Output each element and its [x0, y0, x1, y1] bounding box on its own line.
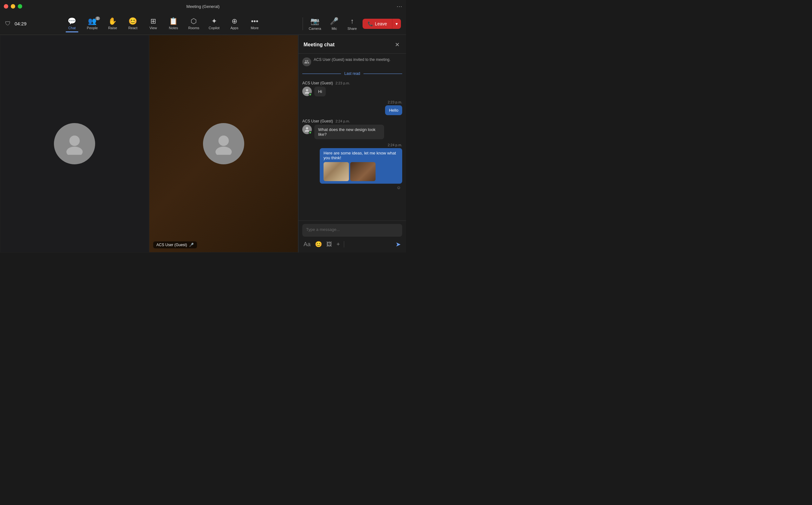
message-4: 2:24 p.m. Here are some ideas, let me kn… — [302, 143, 402, 190]
leave-chevron-button[interactable]: ▾ — [392, 19, 401, 29]
raise-icon: ✋ — [108, 18, 117, 25]
send-button[interactable]: ➤ — [394, 239, 402, 249]
people-button[interactable]: 👥 People 2 — [83, 16, 102, 32]
message-2-bubble: Hello — [385, 105, 402, 115]
message-1-time: 2:23 p.m. — [336, 81, 350, 85]
mic-label: Mic — [332, 27, 337, 30]
raise-button[interactable]: ✋ Raise — [103, 16, 122, 32]
image-thumb-1[interactable] — [324, 162, 349, 181]
view-button[interactable]: ⊞ View — [144, 16, 163, 32]
chat-input-area: Type a message... Aa 😊 🖼 + ➤ — [298, 220, 406, 252]
last-read-line-right — [364, 73, 402, 74]
window-title: Meeting (General) — [187, 4, 220, 9]
traffic-lights — [4, 4, 22, 9]
message-4-bubble: Here are some ideas, let me know what yo… — [320, 148, 402, 184]
message-3-meta: ACS User (Guest) 2:24 p.m. — [302, 119, 402, 123]
message-1-meta: ACS User (Guest) 2:23 p.m. — [302, 81, 402, 85]
chat-label: Chat — [68, 26, 75, 30]
leave-button-group: 📞 Leave ▾ — [363, 19, 401, 29]
share-button[interactable]: ↑ Share — [344, 15, 360, 32]
input-placeholder: Type a message... — [306, 227, 340, 232]
rooms-label: Rooms — [188, 26, 200, 30]
raise-label: Raise — [108, 26, 117, 30]
chat-icon: 💬 — [67, 18, 76, 25]
avatar-2 — [203, 123, 244, 164]
reaction-icon[interactable]: ☺ — [397, 185, 401, 190]
copilot-label: Copilot — [209, 26, 219, 30]
rooms-icon: ⬡ — [191, 18, 197, 25]
chat-input-actions: Aa 😊 🖼 + ➤ — [302, 239, 402, 249]
attach-button[interactable]: + — [335, 240, 341, 249]
message-3-time: 2:24 p.m. — [336, 119, 350, 123]
online-indicator — [309, 93, 312, 96]
leave-phone-icon: 📞 — [368, 21, 373, 26]
emoji-button[interactable]: 😊 — [314, 239, 323, 249]
video-area: ACS User (Guest) 🎤 — [0, 35, 298, 252]
apps-button[interactable]: ⊕ Apps — [225, 16, 244, 32]
mic-button[interactable]: 🎤 Mic — [327, 15, 342, 32]
message-3-content: What does the new design look like? — [302, 125, 402, 139]
message-3-avatar — [302, 125, 312, 134]
camera-label: Camera — [309, 27, 321, 30]
camera-button[interactable]: 📷 Camera — [306, 15, 324, 32]
svg-point-0 — [69, 136, 80, 146]
message-1-avatar — [302, 87, 312, 96]
close-window-button[interactable] — [4, 4, 8, 9]
leave-label: Leave — [375, 21, 387, 26]
message-4-time: 2:24 p.m. — [388, 143, 402, 147]
chat-button[interactable]: 💬 Chat — [62, 16, 81, 32]
people-label: People — [87, 26, 98, 30]
notes-icon: 📋 — [169, 18, 178, 25]
online-indicator-3 — [309, 131, 312, 134]
people-badge: 2 — [95, 16, 100, 20]
message-4-images[interactable] — [324, 162, 398, 181]
main-content: ACS User (Guest) 🎤 Meeting chat ✕ ACS Us… — [0, 35, 406, 252]
toolbar-left: 🛡 04:29 — [5, 20, 27, 27]
more-options-icon[interactable]: ⋯ — [397, 3, 402, 10]
gif-button[interactable]: 🖼 — [325, 240, 333, 249]
mic-icon: 🎤 — [330, 17, 339, 25]
react-icon: 😊 — [129, 18, 137, 25]
message-1: ACS User (Guest) 2:23 p.m. Hi — [302, 81, 402, 97]
system-message-text: ACS User (Guest) was invited to the meet… — [314, 57, 390, 62]
minimize-window-button[interactable] — [11, 4, 15, 9]
system-message-icon — [302, 57, 311, 66]
message-2: 2:23 p.m. Hello — [302, 100, 402, 115]
chat-title: Meeting chat — [303, 42, 335, 47]
camera-icon: 📷 — [311, 17, 319, 25]
chat-messages: ACS User (Guest) was invited to the meet… — [298, 54, 406, 220]
toolbar-divider — [302, 17, 303, 30]
leave-button[interactable]: 📞 Leave — [363, 19, 392, 29]
chat-panel: Meeting chat ✕ ACS User (Guest) was invi… — [298, 35, 406, 252]
input-divider — [344, 241, 344, 247]
shield-icon: 🛡 — [5, 20, 11, 27]
svg-point-3 — [215, 147, 232, 155]
message-3-sender: ACS User (Guest) — [302, 119, 333, 123]
react-label: React — [129, 26, 138, 30]
copilot-button[interactable]: ✦ Copilot — [205, 16, 224, 32]
format-button[interactable]: Aa — [302, 240, 312, 249]
message-2-time: 2:23 p.m. — [388, 100, 402, 104]
more-icon: ••• — [251, 18, 258, 25]
notes-label: Notes — [169, 26, 178, 30]
avatar-icon-2 — [212, 133, 235, 155]
view-icon: ⊞ — [150, 18, 156, 25]
svg-point-2 — [219, 136, 229, 146]
maximize-window-button[interactable] — [18, 4, 22, 9]
more-label: More — [250, 26, 258, 30]
meeting-timer: 04:29 — [15, 21, 27, 26]
title-bar: Meeting (General) ⋯ — [0, 0, 406, 13]
avatar-1 — [54, 123, 95, 164]
avatar-icon-1 — [63, 133, 85, 155]
more-button[interactable]: ••• More — [245, 16, 264, 32]
close-chat-button[interactable]: ✕ — [394, 40, 401, 49]
react-button[interactable]: 😊 React — [124, 16, 143, 32]
notes-button[interactable]: 📋 Notes — [164, 16, 183, 32]
rooms-button[interactable]: ⬡ Rooms — [184, 16, 203, 32]
system-message: ACS User (Guest) was invited to the meet… — [302, 57, 402, 66]
toolbar-center: 💬 Chat 👥 People 2 ✋ Raise 😊 React ⊞ View… — [27, 16, 300, 32]
image-thumb-2[interactable] — [350, 162, 376, 181]
message-input[interactable]: Type a message... — [302, 224, 402, 237]
message-1-content: Hi — [302, 87, 402, 97]
video-tile-1 — [0, 35, 149, 252]
